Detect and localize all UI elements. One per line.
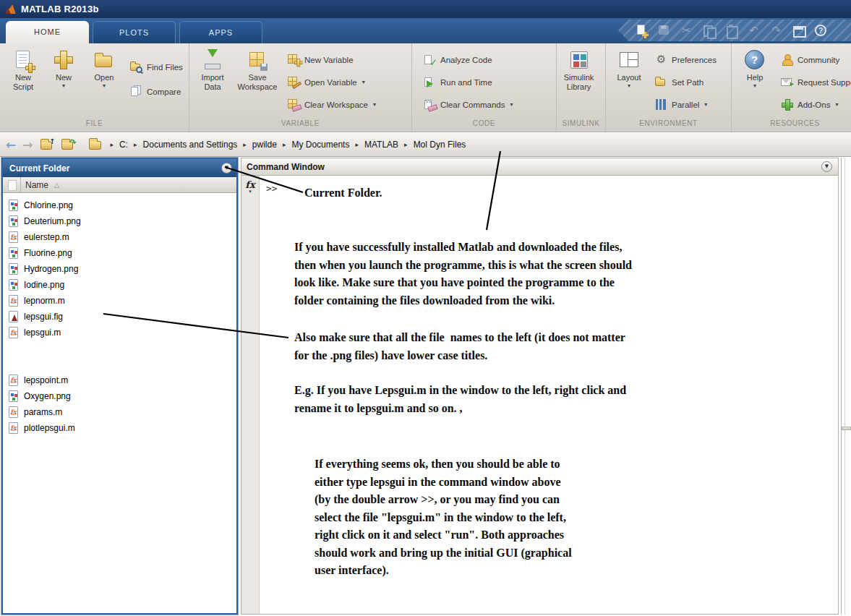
help-button[interactable]: ? Help ▾: [736, 48, 774, 90]
new-script-label: New Script: [7, 73, 40, 92]
file-row[interactable]: lepnorm.m: [3, 293, 236, 309]
set-path-icon: [655, 76, 667, 88]
redo-icon[interactable]: ↷: [770, 25, 782, 37]
panel-menu-button[interactable]: ▼: [821, 161, 832, 172]
community-button[interactable]: Community: [781, 52, 851, 67]
request-support-label: Request Support: [797, 78, 851, 87]
quick-save-icon[interactable]: [658, 25, 670, 37]
open-button[interactable]: Open ▾: [85, 48, 123, 90]
browse-folder-button[interactable]: ↷: [61, 138, 75, 151]
open-icon: [93, 49, 115, 71]
add-ons-icon: [781, 98, 793, 111]
clear-commands-icon: >>: [424, 98, 436, 111]
annotation-line: then when you launch the programme, this…: [294, 257, 632, 275]
tab-plots[interactable]: PLOTS: [93, 21, 176, 43]
file-name: plotlepsgui.m: [24, 423, 75, 433]
breadcrumb-segment[interactable]: My Documents: [291, 140, 349, 150]
png-file-icon: [8, 390, 20, 403]
section-label-file: FILE: [0, 119, 189, 132]
layout-button[interactable]: Layout ▾: [610, 48, 648, 90]
analyze-code-label: Analyze Code: [440, 56, 492, 64]
file-row[interactable]: Oxygen.png: [3, 388, 236, 404]
import-data-button[interactable]: Import Data: [194, 48, 231, 93]
panel-menu-button[interactable]: ▼: [221, 163, 232, 174]
breadcrumb-separator-icon: ▸: [404, 141, 408, 148]
clear-workspace-button[interactable]: Clear Workspace ▾: [288, 97, 376, 112]
file-row[interactable]: Fluorine.png: [3, 245, 236, 261]
file-row[interactable]: eulerstep.m: [3, 229, 236, 245]
tab-apps[interactable]: APPS: [179, 21, 262, 43]
m-file-icon: [8, 406, 20, 419]
save-workspace-button[interactable]: Save Workspace: [234, 48, 281, 93]
file-list-gap: [3, 341, 236, 372]
undo-icon[interactable]: ↶: [748, 25, 760, 37]
clear-commands-label: Clear Commands: [440, 100, 505, 109]
current-folder-title-bar[interactable]: Current Folder ▼: [3, 159, 236, 177]
run-and-time-button[interactable]: Run and Time: [424, 74, 513, 90]
ribbon-tab-row: HOME PLOTS APPS ✂ ↶ ↷ ?: [0, 18, 851, 43]
find-files-button[interactable]: Find Files: [130, 59, 183, 74]
forward-button[interactable]: →: [22, 137, 33, 152]
file-type-column-icon[interactable]: [3, 177, 21, 192]
breadcrumb-segment[interactable]: MATLAB: [364, 140, 398, 150]
breadcrumb-segment[interactable]: Documents and Settings: [143, 140, 238, 150]
name-column-header[interactable]: Name △: [21, 180, 236, 190]
ribbon-section-variable: Import Data Save Workspace New Variable …: [189, 43, 412, 132]
file-row[interactable]: plotlepsgui.m: [3, 420, 236, 436]
file-row[interactable]: lepsgui.m: [3, 325, 236, 341]
add-ons-button[interactable]: Add-Ons ▾: [781, 97, 851, 112]
splitter-handle[interactable]: [842, 427, 851, 430]
command-prompt[interactable]: >>: [266, 183, 278, 194]
copy-icon[interactable]: [703, 25, 715, 37]
chevron-down-icon: ▾: [373, 101, 376, 108]
file-name: Fluorine.png: [24, 248, 72, 258]
file-row[interactable]: lepspoint.m: [3, 372, 236, 388]
m-file-icon: [8, 374, 20, 387]
breadcrumb-segment[interactable]: Mol Dyn Files: [414, 140, 466, 150]
parallel-button[interactable]: Parallel ▾: [655, 97, 717, 112]
compare-button[interactable]: Compare: [130, 84, 183, 99]
function-hints-gutter[interactable]: fx ▾: [241, 176, 260, 614]
annotation-line: user interface).: [315, 562, 572, 580]
cut-icon[interactable]: ✂: [680, 25, 693, 37]
file-row[interactable]: Hydrogen.png: [3, 261, 236, 277]
paste-icon[interactable]: [725, 25, 737, 37]
file-row[interactable]: params.m: [3, 404, 236, 420]
chevron-down-icon: ▾: [704, 101, 707, 108]
file-name: lepnorm.m: [24, 296, 65, 306]
open-variable-button[interactable]: Open Variable ▾: [288, 74, 376, 90]
tab-home[interactable]: HOME: [6, 21, 89, 43]
file-name: lepsgui.fig: [24, 312, 63, 322]
back-button[interactable]: ←: [6, 137, 16, 152]
file-row[interactable]: Chlorine.png: [3, 197, 236, 213]
ribbon: New Script New ▾ Open ▾ Find Files Comp: [0, 43, 851, 132]
clear-commands-button[interactable]: >> Clear Commands ▾: [424, 97, 513, 112]
up-one-level-button[interactable]: ↑: [40, 138, 54, 151]
command-window-title-bar[interactable]: Command Window ▼: [241, 158, 838, 176]
breadcrumb-segment[interactable]: pwilde: [252, 140, 277, 150]
new-label: New: [47, 73, 80, 82]
new-variable-icon: [288, 54, 300, 66]
file-row[interactable]: lepsgui.fig: [3, 309, 236, 325]
section-label-environment: ENVIRONMENT: [606, 119, 731, 132]
annotation-paragraph-1: If you have successfully installed Matla…: [294, 239, 632, 309]
clear-workspace-label: Clear Workspace: [304, 100, 368, 109]
new-script-button[interactable]: New Script: [4, 48, 42, 93]
request-support-button[interactable]: Request Support: [781, 74, 851, 90]
file-list-header[interactable]: Name △: [3, 177, 236, 193]
set-path-button[interactable]: Set Path: [655, 74, 717, 90]
open-variable-icon: [288, 76, 300, 88]
new-variable-label: New Variable: [304, 56, 354, 64]
window-layout-icon[interactable]: [792, 25, 805, 37]
preferences-button[interactable]: ⚙ Preferences: [655, 52, 717, 67]
breadcrumb-segment[interactable]: C:: [119, 140, 128, 150]
file-row[interactable]: Iodine.png: [3, 277, 236, 293]
quick-help-icon[interactable]: ?: [815, 25, 827, 37]
new-button[interactable]: New ▾: [45, 48, 82, 90]
new-variable-button[interactable]: New Variable: [288, 52, 376, 67]
file-row[interactable]: Deuterium.png: [3, 213, 236, 229]
analyze-code-button[interactable]: ✓ Analyze Code: [424, 52, 513, 67]
simulink-library-button[interactable]: Simulink Library: [560, 48, 598, 93]
breadcrumb-separator-icon: ▸: [134, 141, 137, 148]
quick-new-script-icon[interactable]: [636, 25, 648, 37]
